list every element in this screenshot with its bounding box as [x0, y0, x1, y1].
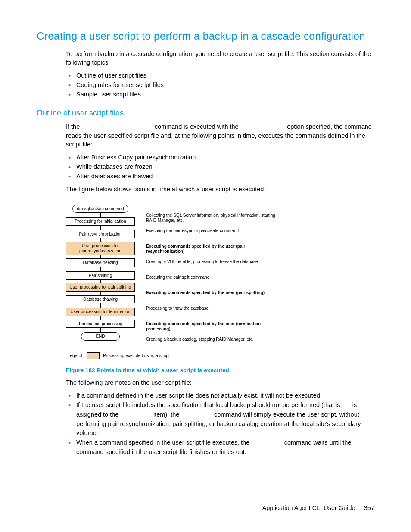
notes-list: If a command defined in the user script …	[66, 391, 374, 457]
connector	[100, 303, 101, 308]
code-placeholder	[240, 124, 285, 131]
flow-box-user: User processing for pair splitting	[66, 283, 135, 292]
flow-box: Processing for Initialization	[66, 217, 135, 226]
legend-text: Processing executed using a script	[103, 353, 170, 358]
list-item: Outline of user script files	[66, 71, 374, 81]
flow-column: drmsqlbackup command Processing for Init…	[66, 205, 135, 341]
list-item: When a command specified in the user scr…	[66, 438, 374, 457]
timing-bullet-list: After Business Copy pair resynchronizati…	[66, 153, 374, 181]
flow-description: Executing the pair split command	[146, 275, 275, 285]
flow-box-user: User processing for pair resynchronizati…	[66, 242, 135, 255]
flow-box: Pair splitting	[66, 271, 135, 280]
connector	[100, 267, 101, 271]
list-item: After Business Copy pair resynchronizati…	[66, 153, 374, 162]
intro-paragraph: To perform backup in a cascade configura…	[66, 50, 374, 67]
text-fragment: command is executed with the	[155, 123, 240, 130]
sub-intro-paragraph: If the command is executed with the opti…	[66, 123, 374, 149]
code-placeholder	[81, 124, 153, 131]
page-container: Creating a user script to perform a back…	[0, 0, 411, 532]
connector	[100, 238, 101, 242]
connector	[100, 213, 101, 217]
legend-swatch	[87, 352, 100, 359]
list-item: Coding rules for user script files	[66, 81, 374, 90]
intro-bullet-list: Outline of user script files Coding rule…	[66, 71, 374, 99]
list-item: While databases are frozen	[66, 162, 374, 172]
flow-description: Processing to thaw the database	[146, 306, 275, 316]
list-item: If the user script file includes the spe…	[66, 401, 374, 438]
figure-diagram: drmsqlbackup command Processing for Init…	[66, 198, 374, 359]
legend: Legend: Processing executed using a scri…	[68, 352, 374, 359]
flow-description: Executing the pairresync or paircreate c…	[146, 228, 275, 239]
connector	[100, 255, 101, 258]
figure-caption: Figure 102 Points in time at which a use…	[66, 367, 374, 373]
notes-intro: The following are notes on the user scri…	[66, 379, 374, 387]
sub-heading: Outline of user script files	[37, 109, 374, 118]
flow-box: Database thawing	[66, 295, 135, 304]
connector	[100, 280, 101, 283]
footer-page-number: 357	[364, 504, 374, 511]
list-item: After databases are thawed	[66, 172, 374, 181]
flow-box-end: END	[81, 332, 120, 341]
flow-description: Executing commands specified by the user…	[146, 290, 275, 301]
flow-description: Executing commands specified by the user…	[146, 321, 275, 332]
flow-description: Collecting the SQL Server information, p…	[146, 213, 275, 223]
flow-box: Pair resynchronization	[66, 230, 135, 239]
connector	[100, 226, 101, 230]
page-footer: Application Agent CLI User Guide 357	[262, 504, 374, 511]
flow-description: Creating a backup catalog, stopping RAID…	[146, 337, 275, 347]
footer-title: Application Agent CLI User Guide	[262, 504, 355, 511]
legend-label: Legend:	[68, 353, 83, 358]
flow-box: Database freezing	[66, 258, 135, 267]
flow-box-user: User processing for termination	[66, 308, 135, 316]
figure-intro: The figure below shows points in time at…	[66, 185, 374, 194]
flow-box-command: drmsqlbackup command	[72, 205, 128, 213]
flow-row: drmsqlbackup command Processing for Init…	[66, 198, 374, 347]
connector	[100, 328, 101, 332]
flow-description: Executing commands specified by the user…	[146, 244, 275, 254]
connector	[100, 316, 101, 320]
flow-box: Termination processing	[66, 320, 135, 328]
connector	[100, 292, 101, 295]
description-column: Collecting the SQL Server information, p…	[146, 198, 275, 347]
text-fragment: If the	[66, 123, 81, 130]
list-item: If a command defined in the user script …	[66, 391, 374, 401]
section-heading: Creating a user script to perform a back…	[37, 30, 374, 42]
list-item: Sample user script files	[66, 90, 374, 100]
flow-description: Creating a VDI metafile, processing to f…	[146, 259, 275, 270]
